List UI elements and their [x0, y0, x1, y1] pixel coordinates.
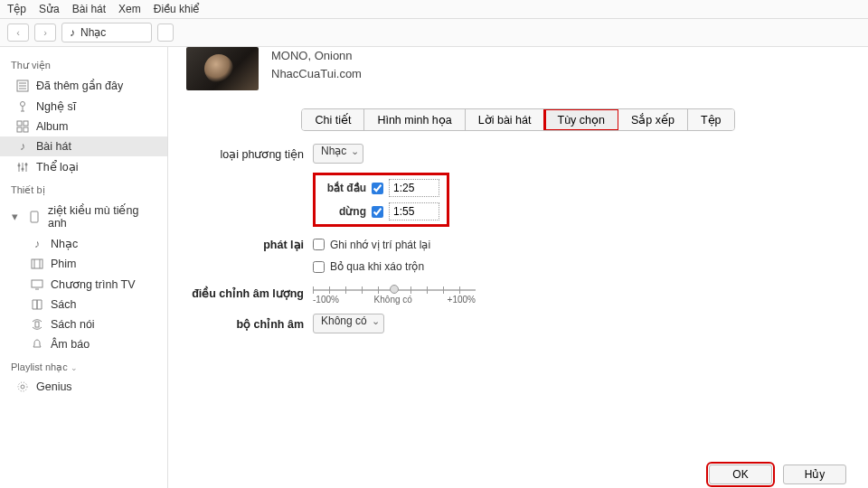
menu-file[interactable]: Tệp	[7, 3, 26, 15]
book-icon	[31, 298, 43, 311]
sb-heading-playlist: Playlist nhạc ⌄	[0, 354, 167, 377]
svg-point-8	[25, 163, 28, 165]
note-icon: ♪	[16, 140, 29, 153]
label-volume-adj: điều chỉnh âm lượng	[186, 286, 313, 300]
grid-icon	[16, 120, 29, 133]
album-artwork	[186, 47, 259, 90]
mic-icon	[16, 100, 29, 113]
vol-none-label: Không có	[374, 295, 412, 305]
tv-icon	[31, 278, 43, 291]
svg-rect-2	[17, 121, 22, 126]
sidebar-item-device[interactable]: ▾ziệt kiều mù tiếng anh	[0, 200, 167, 233]
song-options-dialog: MONO, Onionn NhacCuaTui.com Chi tiết Hìn…	[168, 47, 868, 488]
label-skip-shuffle: Bỏ qua khi xáo trộn	[330, 260, 424, 273]
svg-point-14	[18, 382, 27, 391]
note-icon: ♪	[31, 238, 43, 250]
vol-min-label: -100%	[313, 295, 339, 305]
label-remember-pos: Ghi nhớ vị trí phát lại	[330, 239, 430, 251]
svg-point-7	[22, 167, 24, 170]
menu-view[interactable]: Xem	[118, 3, 141, 15]
sidebar-item-artist[interactable]: Nghệ sĩ	[0, 96, 167, 117]
toolbar-extra-button[interactable]	[157, 23, 174, 42]
menu-controls[interactable]: Điều khiể	[154, 3, 200, 15]
sidebar-item-dev-music[interactable]: ♪Nhạc	[0, 233, 167, 254]
sliders-icon	[16, 161, 29, 174]
eq-select[interactable]: Không có	[313, 314, 384, 333]
menu-song[interactable]: Bài hát	[72, 3, 106, 15]
svg-point-13	[21, 385, 24, 389]
sidebar-item-songs[interactable]: ♪Bài hát	[0, 136, 167, 156]
svg-rect-11	[32, 280, 42, 287]
song-source: NhacCuaTui.com	[271, 65, 362, 83]
sidebar-item-dev-tones[interactable]: Âm báo	[0, 334, 167, 354]
library-select-label: Nhạc	[80, 26, 106, 39]
sidebar-item-dev-movies[interactable]: Phim	[0, 254, 167, 274]
label-start: bắt đầu	[319, 182, 366, 194]
cancel-button[interactable]: Hủy	[783, 465, 846, 484]
tab-lyrics[interactable]: Lời bài hát	[466, 109, 545, 130]
ok-button[interactable]: OK	[709, 465, 772, 484]
tab-artwork[interactable]: Hình minh họa	[364, 109, 465, 130]
svg-rect-3	[24, 121, 28, 126]
phone-icon	[28, 211, 40, 223]
stop-checkbox[interactable]	[372, 206, 383, 218]
music-note-icon: ♪	[70, 26, 75, 39]
sidebar-item-dev-books[interactable]: Sách	[0, 295, 167, 314]
label-media-type: loại phương tiện	[186, 147, 313, 161]
svg-rect-5	[24, 127, 28, 132]
genius-icon	[16, 380, 29, 393]
label-stop: dừng	[319, 205, 366, 218]
sidebar-item-dev-audiobooks[interactable]: Sách nói	[0, 314, 167, 334]
skip-shuffle-checkbox[interactable]	[313, 261, 325, 273]
tab-file[interactable]: Tệp	[688, 109, 734, 130]
vol-max-label: +100%	[448, 295, 476, 305]
sidebar: Thư viện Đã thêm gần đây Nghệ sĩ Album ♪…	[0, 47, 168, 488]
label-playback: phát lại	[186, 238, 313, 251]
volume-slider[interactable]: -100% Không có +100%	[313, 282, 476, 305]
svg-point-1	[21, 101, 25, 106]
forward-button[interactable]: ›	[34, 23, 56, 42]
film-icon	[31, 258, 43, 270]
sidebar-item-recent[interactable]: Đã thêm gần đây	[0, 75, 167, 96]
chevron-down-icon: ▾	[9, 211, 21, 223]
sb-heading-library: Thư viện	[0, 52, 167, 75]
menu-edit[interactable]: Sửa	[39, 3, 60, 15]
toolbar: ‹ › ♪ Nhạc	[0, 19, 868, 47]
start-checkbox[interactable]	[372, 183, 383, 194]
clock-icon	[16, 80, 29, 92]
chevron-down-icon: ⌄	[71, 363, 78, 372]
dialog-tabs: Chi tiết Hình minh họa Lời bài hát Tùy c…	[168, 101, 868, 144]
back-button[interactable]: ‹	[7, 23, 29, 42]
library-select[interactable]: ♪ Nhạc	[61, 23, 152, 42]
audiobook-icon	[31, 318, 43, 331]
tab-options[interactable]: Tùy chọn	[545, 109, 618, 130]
song-artist: MONO, Onionn	[271, 47, 362, 65]
svg-rect-9	[31, 211, 38, 222]
sidebar-item-dev-tv[interactable]: Chương trình TV	[0, 274, 167, 295]
svg-point-6	[18, 164, 21, 166]
svg-rect-10	[32, 259, 42, 268]
start-stop-highlight: bắt đầu dừng	[313, 173, 449, 227]
start-time-input[interactable]	[389, 179, 439, 197]
media-type-select[interactable]: Nhạc	[313, 144, 363, 164]
sidebar-item-album[interactable]: Album	[0, 117, 167, 136]
sb-heading-devices: Thiết bị	[0, 177, 167, 200]
stop-time-input[interactable]	[389, 202, 439, 221]
sidebar-item-genius[interactable]: Genius	[0, 377, 167, 397]
sidebar-item-genre[interactable]: Thể loại	[0, 156, 167, 177]
label-eq: bộ chỉnh âm	[186, 317, 313, 331]
tab-details[interactable]: Chi tiết	[302, 109, 364, 130]
tab-sorting[interactable]: Sắp xếp	[618, 109, 688, 130]
bell-icon	[31, 338, 43, 351]
svg-rect-12	[35, 322, 39, 327]
remember-position-checkbox[interactable]	[313, 239, 325, 250]
svg-rect-4	[17, 127, 22, 132]
slider-thumb-icon[interactable]	[390, 285, 399, 294]
menubar: Tệp Sửa Bài hát Xem Điều khiể	[0, 0, 868, 19]
